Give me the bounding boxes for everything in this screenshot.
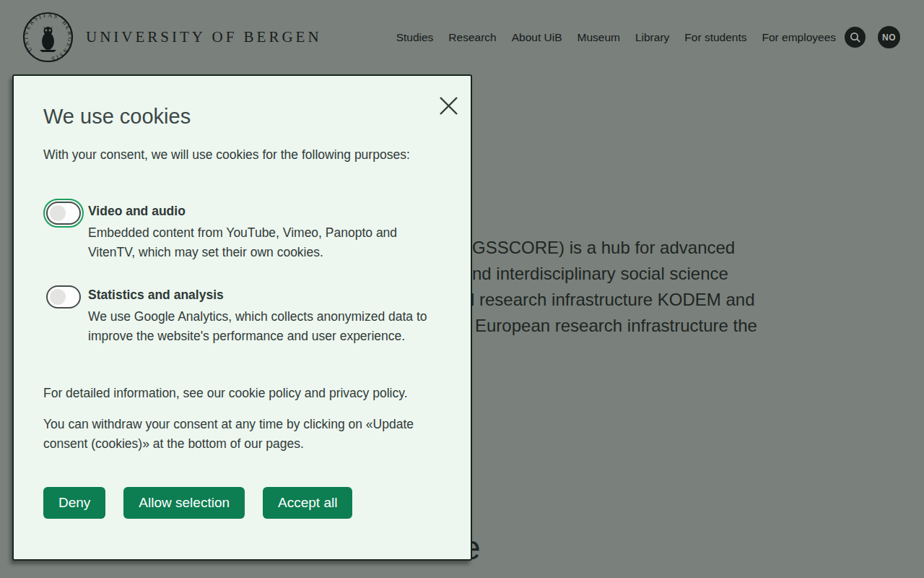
toggle-knob — [50, 205, 66, 221]
language-toggle-label: NO — [882, 33, 896, 43]
background-text-fragment: European research infrastructure the — [475, 316, 757, 336]
deny-button[interactable]: Deny — [43, 487, 105, 519]
background-text-fragment: nd interdisciplinary social science — [472, 264, 728, 284]
site-header: UNIVERSITAS BERGENSIS UNIVERSITY OF BERG… — [0, 0, 924, 74]
cookie-policy-info-text: For detailed information, see our cookie… — [43, 384, 442, 403]
video-audio-toggle[interactable] — [43, 199, 84, 228]
toggle-label-video-audio: Video and audio — [88, 204, 429, 219]
toggle-knob — [50, 289, 66, 305]
withdraw-consent-text: You can withdraw your consent at any tim… — [43, 415, 442, 454]
dialog-title: We use cookies — [43, 105, 442, 129]
search-button[interactable] — [845, 27, 866, 48]
nav-item-studies[interactable]: Studies — [396, 31, 434, 44]
cookie-toggle-section: Video and audio Embedded content from Yo… — [43, 199, 442, 346]
uib-seal-logo[interactable]: UNIVERSITAS BERGENSIS — [22, 12, 74, 63]
language-toggle-button[interactable]: NO — [878, 26, 900, 48]
nav-item-about-uib[interactable]: About UiB — [512, 31, 562, 44]
nav-item-for-employees[interactable]: For employees — [762, 31, 836, 44]
nav-item-museum[interactable]: Museum — [578, 31, 620, 44]
toggle-label-statistics: Statistics and analysis — [88, 288, 429, 303]
toggle-description-video-audio: Embedded content from YouTube, Vimeo, Pa… — [88, 223, 429, 262]
nav-item-research[interactable]: Research — [448, 31, 496, 44]
background-text-fragment: l research infrastructure KODEM and — [471, 290, 754, 310]
nav-item-library[interactable]: Library — [635, 31, 669, 44]
svg-text:UNIVERSITAS: UNIVERSITAS — [22, 12, 59, 53]
allow-selection-button[interactable]: Allow selection — [123, 487, 245, 519]
search-icon — [850, 32, 861, 43]
statistics-toggle[interactable] — [43, 282, 84, 311]
accept-all-button[interactable]: Accept all — [263, 487, 352, 519]
toggle-row-video-audio: Video and audio Embedded content from Yo… — [43, 199, 442, 262]
close-icon — [439, 96, 458, 116]
toggle-description-statistics: We use Google Analytics, which collects … — [88, 307, 429, 346]
background-text-fragment: GSSCORE) is a hub for advanced — [472, 238, 735, 258]
toggle-track — [46, 202, 81, 225]
close-button[interactable] — [436, 93, 461, 118]
nav-item-for-students[interactable]: For students — [684, 31, 746, 44]
cookie-consent-dialog: We use cookies With your consent, we wil… — [12, 74, 472, 561]
dialog-button-row: Deny Allow selection Accept all — [43, 487, 442, 519]
toggle-track — [46, 285, 81, 309]
toggle-row-statistics: Statistics and analysis We use Google An… — [43, 282, 442, 346]
dialog-intro-text: With your consent, we will use cookies f… — [43, 147, 442, 163]
main-nav: Studies Research About UiB Museum Librar… — [396, 0, 836, 74]
owl-icon — [40, 26, 56, 52]
university-wordmark[interactable]: UNIVERSITY OF BERGEN — [86, 28, 322, 46]
